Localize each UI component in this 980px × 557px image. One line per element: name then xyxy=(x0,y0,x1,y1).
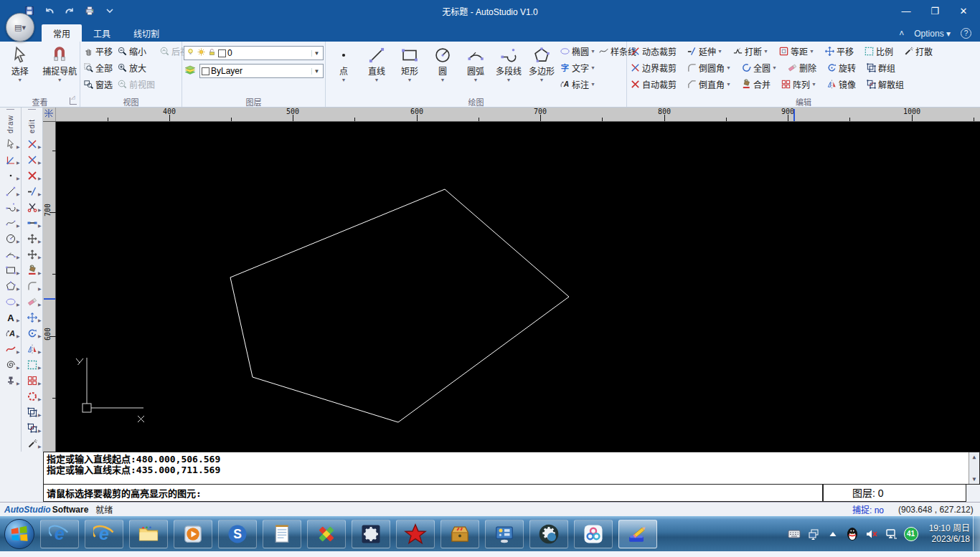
qat-dropdown-icon[interactable] xyxy=(103,4,116,17)
ribbon-button-缩小[interactable]: 缩小 xyxy=(116,43,156,59)
ribbon-button-平移[interactable]: 平移 xyxy=(823,43,855,59)
help-icon[interactable]: ? xyxy=(961,28,971,39)
tool-erase[interactable]: ▶ xyxy=(24,294,41,310)
ribbon-button-删除[interactable]: 删除 xyxy=(786,59,818,76)
snap-status[interactable]: 捕捉: no xyxy=(852,503,884,515)
tool-rotate[interactable]: ▶ xyxy=(24,325,41,341)
show-desktop-button[interactable] xyxy=(973,516,980,551)
taskbar-app-pencil[interactable] xyxy=(618,520,657,548)
taskbar-app-darkgear[interactable] xyxy=(352,520,390,548)
tool-axes[interactable]: ▶ xyxy=(2,152,19,168)
ribbon-button-放大[interactable]: 放大 xyxy=(116,59,156,76)
ribbon-button-打散[interactable]: 打散 xyxy=(902,43,934,59)
tray-antivirus-badge[interactable]: 41 xyxy=(904,527,918,541)
layer-dropdown-icon[interactable]: ▼ xyxy=(311,50,321,57)
ribbon-button-点[interactable]: 点▼ xyxy=(327,43,360,82)
tool-point[interactable]: ▶ xyxy=(2,168,19,184)
command-prompt[interactable]: 请鼠标选择要裁剪的高亮显示的图元: xyxy=(43,485,823,502)
tool-spiral[interactable]: ▶ xyxy=(2,357,19,373)
ribbon-button-倒圆角[interactable]: 倒圆角▼ xyxy=(685,59,732,76)
tool-pattern[interactable]: ▶ xyxy=(24,389,41,404)
tool-scale[interactable]: ▶ xyxy=(24,357,41,373)
taskbar-app-gearball[interactable] xyxy=(529,520,568,548)
taskbar-app-folder[interactable] xyxy=(129,520,168,548)
collapse-ribbon-icon[interactable]: ˄ xyxy=(899,29,904,39)
ribbon-button-文字[interactable]: 字文字▼ xyxy=(558,59,597,76)
tool-line[interactable]: ▶ xyxy=(2,184,19,199)
ribbon-button-圆[interactable]: 圆▼ xyxy=(426,43,459,82)
color-select[interactable]: ByLayer ▼ xyxy=(199,64,324,78)
taskbar-app-redstar[interactable] xyxy=(396,520,435,548)
taskbar-app-toolbox[interactable] xyxy=(440,520,479,548)
tool-cursor[interactable]: ▶ xyxy=(2,136,19,152)
tool-scissors[interactable]: ▶ xyxy=(24,199,41,215)
ribbon-button-椭圆[interactable]: 椭圆▼ xyxy=(558,43,597,59)
minimize-button[interactable]: — xyxy=(900,6,913,16)
tool-group[interactable]: ▶ xyxy=(24,404,41,420)
tray-net-icon[interactable] xyxy=(885,528,897,541)
tool-movedark[interactable]: ▶ xyxy=(24,231,41,247)
tool-array[interactable]: ▶ xyxy=(24,373,41,389)
ribbon-button-延伸[interactable]: 延伸▼ xyxy=(685,43,724,59)
ribbon-button-比例[interactable]: 比例 xyxy=(862,43,895,59)
tool-redx[interactable]: ▶ xyxy=(24,168,41,184)
taskbar-app-circles3[interactable] xyxy=(574,520,613,548)
undo-icon[interactable] xyxy=(43,4,56,17)
color-dropdown-icon[interactable]: ▼ xyxy=(311,68,321,75)
ribbon-button-标注[interactable]: A标注▼ xyxy=(558,76,597,92)
tab-常用[interactable]: 常用 xyxy=(42,24,82,42)
ribbon-button-多边形[interactable]: 多边形▼ xyxy=(525,43,558,82)
tool-explode[interactable]: ▶ xyxy=(24,436,41,452)
tool-arc[interactable]: ▶ xyxy=(2,247,19,262)
taskbar-app-ie[interactable]: e xyxy=(40,520,79,548)
taskbar-app-cadx[interactable] xyxy=(307,520,346,548)
ribbon-button-全部[interactable]: 全部 xyxy=(82,59,114,76)
tool-ellipse[interactable]: ▶ xyxy=(2,294,19,310)
tool-dynx[interactable]: ▶ xyxy=(24,136,41,152)
tool-merge[interactable]: ▶ xyxy=(24,262,41,278)
taskbar-app-sogou[interactable]: S xyxy=(218,520,257,548)
tool-fillet[interactable]: ▶ xyxy=(24,278,41,294)
tool-extend[interactable]: ▶ xyxy=(24,184,41,199)
tab-线切割[interactable]: 线切割 xyxy=(122,24,171,42)
app-menu-button[interactable]: ▤▾ xyxy=(6,13,34,42)
ribbon-button-边界裁剪[interactable]: 边界裁剪 xyxy=(628,59,678,76)
ribbon-button-等距[interactable]: 等距▼ xyxy=(777,43,816,59)
tool-block[interactable]: ▶ xyxy=(2,373,19,389)
ribbon-button-矩形[interactable]: 矩形▼ xyxy=(393,43,426,82)
ribbon-button-合并[interactable]: 合并 xyxy=(740,76,772,92)
tool-bndx[interactable]: ▶ xyxy=(24,152,41,168)
tool-splineb[interactable]: ▶ xyxy=(2,215,19,231)
tray-winrestore-icon[interactable] xyxy=(807,528,820,541)
maximize-button[interactable]: ❐ xyxy=(928,6,941,16)
tool-rect[interactable]: ▶ xyxy=(2,262,19,278)
ribbon-button-旋转[interactable]: 旋转 xyxy=(825,59,857,76)
tool-move[interactable]: ▶ xyxy=(24,310,41,325)
redo-icon[interactable] xyxy=(63,4,76,17)
ribbon-button-直线[interactable]: 直线▼ xyxy=(360,43,393,82)
ribbon-button-镜像[interactable]: 镜像 xyxy=(825,76,857,92)
tray-keyboard-icon[interactable] xyxy=(788,528,801,541)
tray-mute-icon[interactable] xyxy=(865,528,878,541)
tray-qq-icon[interactable] xyxy=(846,528,859,541)
pentagon-shape[interactable] xyxy=(230,189,569,422)
dialog-launcher-icon[interactable] xyxy=(70,97,77,105)
ribbon-button-圆弧[interactable]: 圆弧▼ xyxy=(459,43,492,82)
taskbar-app-ie2[interactable]: e xyxy=(85,520,123,548)
tool-circle[interactable]: ▶ xyxy=(2,231,19,247)
command-history[interactable]: 指定或输入直线起点:480.000,506.569 指定或输入直线末点:435.… xyxy=(43,452,980,485)
ribbon-button-打断[interactable]: 打断▼ xyxy=(731,43,770,59)
ribbon-button-倒直角[interactable]: 倒直角▼ xyxy=(685,76,732,92)
tool-mirror[interactable]: ▶ xyxy=(24,341,41,357)
ribbon-button-捕捉导航[interactable]: 捕捉导航▼ xyxy=(42,43,79,82)
tool-movedark[interactable]: ▶ xyxy=(24,247,41,262)
ribbon-button-自动裁剪[interactable]: 自动裁剪 xyxy=(628,76,678,92)
ribbon-button-阵列[interactable]: 阵列▼ xyxy=(779,76,818,92)
ribbon-button-窗选[interactable]: 窗选 xyxy=(82,76,114,92)
tool-splinered[interactable]: ▶ xyxy=(2,341,19,357)
print-icon[interactable] xyxy=(83,4,96,17)
tool-chain[interactable]: ▶ xyxy=(24,215,41,231)
ribbon-button-全圆[interactable]: 全圆▼ xyxy=(740,59,778,76)
taskbar-app-cpanel[interactable] xyxy=(485,520,524,548)
ribbon-button-选择[interactable]: 选择▼ xyxy=(1,43,39,82)
